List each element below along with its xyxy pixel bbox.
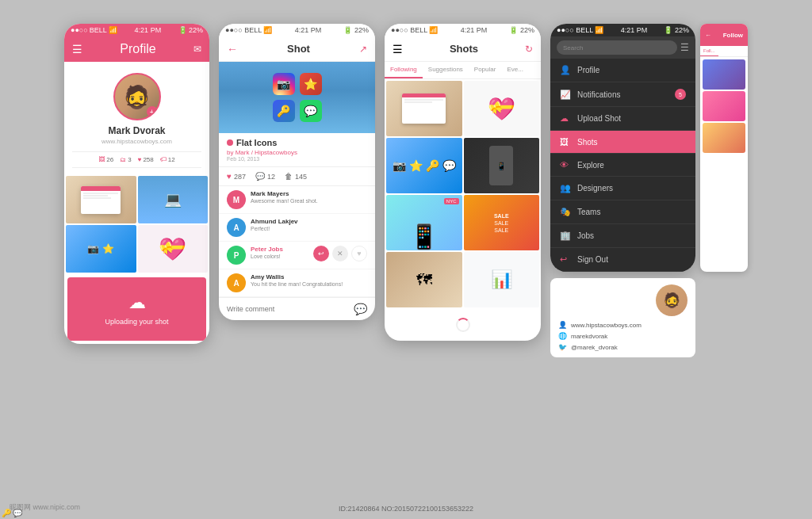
profile-menu-icon: 👤 xyxy=(560,65,571,75)
social-link-dribbble[interactable]: 🌐 marekdvorak xyxy=(558,332,688,340)
shot-info: Flat Icons by Mark / Hipstacowboys Feb 1… xyxy=(219,133,375,167)
right-avatar: 🧔 xyxy=(656,284,688,316)
profile-name: Mark Dvorak xyxy=(108,125,165,136)
menu-item-shots[interactable]: 🖼 Shots xyxy=(550,131,695,154)
app-icon-grid: 📷 ⭐ 🔑 💬 xyxy=(273,73,322,122)
menu-item-jobs[interactable]: 🏢 Jobs xyxy=(550,224,695,248)
whatsapp-icon-app[interactable]: 💬 xyxy=(300,100,322,122)
instagram-icon[interactable]: 📷 xyxy=(273,73,295,95)
views-count: 🗑 145 xyxy=(285,172,307,181)
menu-item-explore[interactable]: 👁 Explore xyxy=(550,154,695,177)
tab-suggestions[interactable]: Suggestions xyxy=(423,62,469,78)
menu-item-upload[interactable]: ☁ Upload Shot xyxy=(550,107,695,131)
shot-thumb-1[interactable] xyxy=(66,176,136,223)
shots-tabs: Following Suggestions Popular Eve... xyxy=(385,62,541,79)
shot-thumb-3[interactable]: 📷⭐ 🔑💬 xyxy=(66,225,136,273)
menu-label-profile: Profile xyxy=(577,66,599,74)
comment-item: A Amy Wallis You hit the line man! Congr… xyxy=(219,269,375,297)
menu-item-profile[interactable]: 👤 Profile xyxy=(550,59,695,82)
bucket-icon: 🗂 xyxy=(120,156,126,163)
tab-following[interactable]: Following xyxy=(385,62,423,78)
comment-body-3: Peter Jobs Love colors! xyxy=(251,246,308,259)
right-avatar-container: 🧔 xyxy=(558,284,688,316)
menu-item-teams[interactable]: 🎭 Teams xyxy=(550,200,695,224)
menu-icon[interactable]: ☰ xyxy=(72,43,82,55)
follow-partial-panel: ← Follow Foll... xyxy=(700,24,748,272)
comment-avatar-2: A xyxy=(227,218,246,237)
shots-nav-title: Shots xyxy=(450,43,478,55)
search-bar: Search ☰ xyxy=(550,36,695,59)
spinner xyxy=(456,318,470,332)
social-link-website[interactable]: 👤 www.hipstacowboys.com xyxy=(558,321,688,329)
comments-count[interactable]: 💬 12 xyxy=(255,172,275,181)
follow-item-3[interactable] xyxy=(703,123,745,153)
search-input-container[interactable]: Search xyxy=(557,40,677,55)
profile-url: www.hipstacowboys.com xyxy=(102,138,172,145)
status-bar-4: ●●○○ BELL 📶 4:21 PM 🔋 22% xyxy=(550,24,695,36)
tab-popular[interactable]: Popular xyxy=(469,62,502,78)
feed-thumb-8[interactable]: 📊 xyxy=(464,252,540,307)
feed-thumb-6[interactable]: SALE SALE SALE xyxy=(464,195,540,250)
menu-label-explore: Explore xyxy=(577,161,604,170)
menu-label-jobs: Jobs xyxy=(577,231,594,240)
phone4-column: ●●○○ BELL 📶 4:21 PM 🔋 22% Search ☰ 👤 Pro… xyxy=(550,24,748,357)
feed-thumb-1[interactable] xyxy=(386,81,462,136)
follow-nav-bar: ← Follow xyxy=(700,24,748,46)
star-icon-app[interactable]: ⭐ xyxy=(300,73,322,95)
follow-item-1[interactable] xyxy=(703,59,745,90)
upload-section[interactable]: ☁ Uploading your shot xyxy=(67,277,206,341)
stat-shots: 🖼 26 xyxy=(98,156,113,163)
shot-nav-bar: ← Shot ↗ xyxy=(219,36,375,62)
refresh-icon[interactable]: ↻ xyxy=(525,44,533,55)
send-comment-icon[interactable]: 💬 xyxy=(354,303,367,315)
comment-text-input[interactable] xyxy=(227,305,350,313)
menu-label-notifications: Notifications xyxy=(577,90,620,99)
status-bar-2: ●●○○ BELL 📶 4:21 PM 🔋 22% xyxy=(219,24,375,36)
nipic-watermark: 昵图网 www.nipic.com xyxy=(10,502,80,513)
profile-stats: 🖼 26 🗂 3 ♥ 258 🏷 12 xyxy=(72,151,201,168)
feed-thumb-4[interactable]: 📱 xyxy=(464,138,540,193)
shot-thumb-4[interactable]: 💝 xyxy=(138,225,209,273)
social-links: 👤 www.hipstacowboys.com 🌐 marekdvorak 🐦 … xyxy=(558,321,688,351)
mail-icon[interactable]: ✉ xyxy=(193,44,201,55)
shot-thumb-2[interactable]: 💻 xyxy=(138,176,209,223)
stat-following: 🏷 12 xyxy=(160,156,175,163)
comment-avatar-3: P xyxy=(227,246,246,265)
stat-likes: ♥ 258 xyxy=(138,156,154,163)
menu-toggle-icon[interactable]: ☰ xyxy=(680,42,689,53)
delete-btn[interactable]: ✕ xyxy=(332,246,348,261)
shots-menu-icon[interactable]: ☰ xyxy=(393,43,403,55)
explore-menu-icon: 👁 xyxy=(560,160,571,170)
comment-body-1: Mark Mayers Awesome man! Great shot. xyxy=(251,190,367,204)
tab-eve[interactable]: Eve... xyxy=(501,62,528,78)
jobs-menu-icon: 🏢 xyxy=(560,231,571,241)
stat-buckets: 🗂 3 xyxy=(120,156,131,163)
signout-menu-icon: ↩ xyxy=(560,254,571,265)
feed-thumb-5[interactable]: 📱 NYC xyxy=(386,195,462,250)
profile-shots-grid: 💻 📷⭐ 🔑💬 💝 xyxy=(64,174,209,274)
shot-nav-title: Shot xyxy=(287,43,310,55)
upload-menu-icon: ☁ xyxy=(560,113,571,124)
comments-section: M Mark Mayers Awesome man! Great shot. A… xyxy=(219,186,375,297)
tab-following-panel[interactable]: Foll... xyxy=(700,46,718,56)
menu-item-designers[interactable]: 👥 Designers xyxy=(550,177,695,200)
comment-avatar-4: A xyxy=(227,273,246,292)
loading-indicator xyxy=(385,309,541,341)
likes-count[interactable]: ♥ 287 xyxy=(227,172,246,181)
menu-item-notifications[interactable]: 📈 Notifications 5 xyxy=(550,82,695,107)
back-icon[interactable]: ← xyxy=(227,43,238,55)
feed-thumb-7[interactable]: 🗺 xyxy=(386,252,462,307)
shot-date: Feb 10, 2013 xyxy=(227,156,367,162)
social-link-twitter[interactable]: 🐦 @marek_dvorak xyxy=(558,343,688,351)
share-icon[interactable]: ↗ xyxy=(359,44,367,55)
phone-shot-detail: ●●○○ BELL 📶 4:21 PM 🔋 22% ← Shot ↗ 📷 ⭐ 🔑… xyxy=(219,24,375,320)
menu-item-signout[interactable]: ↩ Sign Out xyxy=(550,248,695,272)
follow-item-2[interactable] xyxy=(703,91,745,121)
avatar-plus-badge[interactable]: + xyxy=(147,106,158,117)
website-icon: 👤 xyxy=(558,321,567,329)
feed-thumb-3[interactable]: 📷⭐ 🔑💬 xyxy=(386,138,462,193)
password-icon-app[interactable]: 🔑 xyxy=(273,100,295,122)
feed-thumb-2[interactable]: 💝 xyxy=(464,81,540,136)
reply-btn[interactable]: ↩ xyxy=(313,246,329,261)
like-btn[interactable]: ♥ xyxy=(351,246,367,261)
